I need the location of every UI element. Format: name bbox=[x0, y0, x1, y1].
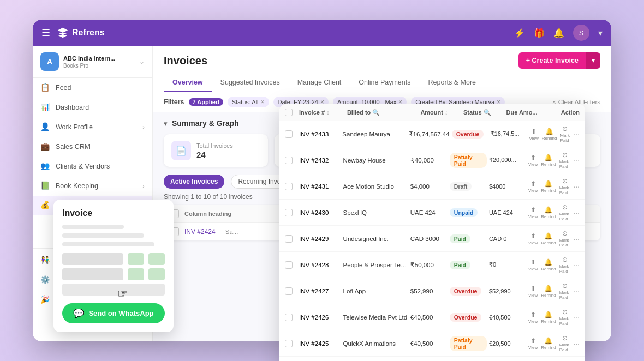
view-icon[interactable]: ⬆ bbox=[530, 232, 536, 240]
summary-chevron-icon[interactable]: ▾ bbox=[164, 119, 168, 128]
mark-paid-icon[interactable]: ⊙ bbox=[562, 177, 568, 185]
view-icon[interactable]: ⬆ bbox=[530, 311, 536, 318]
view-action[interactable]: ⬆ View bbox=[528, 154, 538, 167]
row-checkbox[interactable] bbox=[285, 157, 293, 164]
sidebar-item-work-profile[interactable]: 👤 Work Profile › bbox=[33, 117, 152, 137]
view-action[interactable]: ⬆ View bbox=[529, 128, 539, 141]
view-icon[interactable]: ⬆ bbox=[531, 128, 536, 135]
user-chevron-icon[interactable]: ▾ bbox=[598, 28, 603, 38]
filter-chip-status-close-icon[interactable]: × bbox=[261, 98, 265, 106]
invoice-id-link[interactable]: INV #2429 bbox=[299, 236, 341, 242]
table-header-checkbox[interactable] bbox=[285, 109, 293, 116]
row-checkbox[interactable] bbox=[285, 287, 293, 295]
invoice-id-link[interactable]: INV #2425 bbox=[299, 340, 341, 347]
view-action[interactable]: ⬆ View bbox=[528, 206, 538, 219]
create-invoice-button[interactable]: + Create Invoice bbox=[518, 52, 586, 69]
remind-icon[interactable]: 🔔 bbox=[544, 337, 552, 345]
bolt-icon[interactable]: ⚡ bbox=[514, 28, 525, 38]
view-icon[interactable]: ⬆ bbox=[530, 206, 536, 214]
row-checkbox[interactable] bbox=[285, 209, 293, 216]
mark-paid-action[interactable]: ⊙ Mark Paid bbox=[559, 203, 570, 221]
view-action[interactable]: ⬆ View bbox=[528, 258, 538, 272]
mark-paid-icon[interactable]: ⊙ bbox=[562, 203, 568, 211]
remind-action[interactable]: 🔔 Remind bbox=[541, 258, 556, 272]
mark-paid-action[interactable]: ⊙ Mark Paid bbox=[559, 177, 570, 195]
send-on-whatsapp-button[interactable]: 💬 Send on WhatsApp bbox=[62, 303, 165, 323]
row-checkbox[interactable] bbox=[285, 130, 293, 138]
mark-paid-action[interactable]: ⊙ Mark Paid bbox=[559, 282, 570, 300]
hamburger-menu[interactable]: ☰ bbox=[41, 27, 50, 39]
remind-icon[interactable]: 🔔 bbox=[545, 128, 553, 135]
remind-action[interactable]: 🔔 Remind bbox=[541, 206, 556, 219]
remind-action[interactable]: 🔔 Remind bbox=[541, 180, 556, 193]
view-icon[interactable]: ⬆ bbox=[530, 337, 536, 345]
sidebar-item-sales-crm[interactable]: 💼 Sales CRM bbox=[33, 137, 152, 157]
remind-action[interactable]: 🔔 Remind bbox=[541, 337, 556, 350]
filter-chip-status[interactable]: Status: All × bbox=[228, 97, 269, 107]
invoice-id-link[interactable]: INV #2430 bbox=[299, 209, 341, 216]
mark-paid-icon[interactable]: ⊙ bbox=[562, 256, 568, 263]
tab-online-payments[interactable]: Online Payments bbox=[350, 74, 419, 92]
more-actions-icon[interactable]: ··· bbox=[573, 156, 580, 165]
bell-icon[interactable]: 🔔 bbox=[553, 28, 564, 38]
mark-paid-icon[interactable]: ⊙ bbox=[562, 230, 568, 237]
remind-action[interactable]: 🔔 Remind bbox=[541, 154, 556, 167]
remind-icon[interactable]: 🔔 bbox=[544, 180, 552, 188]
remind-icon[interactable]: 🔔 bbox=[544, 285, 552, 292]
tab-overview[interactable]: Overview bbox=[164, 74, 212, 92]
view-action[interactable]: ⬆ View bbox=[528, 337, 538, 350]
row-checkbox[interactable] bbox=[285, 261, 293, 269]
view-icon[interactable]: ⬆ bbox=[530, 285, 536, 292]
more-actions-icon[interactable]: ··· bbox=[573, 234, 580, 243]
invoice-link[interactable]: INV #2424 bbox=[184, 228, 216, 236]
mark-paid-icon[interactable]: ⊙ bbox=[562, 125, 568, 133]
active-invoices-tab[interactable]: Active Invoices bbox=[164, 175, 224, 189]
mark-paid-action[interactable]: ⊙ Mark Paid bbox=[559, 334, 570, 352]
view-action[interactable]: ⬆ View bbox=[528, 285, 538, 298]
more-actions-icon[interactable]: ··· bbox=[573, 261, 580, 269]
more-actions-icon[interactable]: ··· bbox=[573, 313, 580, 322]
mark-paid-action[interactable]: ⊙ Mark Paid bbox=[560, 125, 570, 143]
more-actions-icon[interactable]: ··· bbox=[573, 130, 580, 139]
invoice-id-link[interactable]: INV #2427 bbox=[299, 288, 341, 294]
invoice-id-link[interactable]: INV #2433 bbox=[299, 131, 340, 137]
view-icon[interactable]: ⬆ bbox=[530, 180, 536, 188]
remind-action[interactable]: 🔔 Remind bbox=[541, 311, 556, 324]
remind-icon[interactable]: 🔔 bbox=[544, 311, 552, 318]
mark-paid-icon[interactable]: ⊙ bbox=[562, 308, 568, 316]
mark-paid-action[interactable]: ⊙ Mark Paid bbox=[559, 230, 570, 248]
more-actions-icon[interactable]: ··· bbox=[573, 339, 580, 348]
more-actions-icon[interactable]: ··· bbox=[573, 208, 580, 217]
invoice-id-link[interactable]: INV #2431 bbox=[299, 183, 341, 190]
remind-action[interactable]: 🔔 Remind bbox=[541, 232, 556, 245]
mark-paid-action[interactable]: ⊙ Mark Paid bbox=[559, 256, 570, 274]
row-checkbox[interactable] bbox=[285, 314, 293, 321]
invoice-id-link[interactable]: INV #2426 bbox=[299, 314, 341, 321]
gift-icon[interactable]: 🎁 bbox=[534, 28, 545, 38]
view-icon[interactable]: ⬆ bbox=[530, 258, 536, 266]
tab-reports[interactable]: Reports & More bbox=[420, 74, 485, 92]
tab-suggested-invoices[interactable]: Suggested Invoices bbox=[212, 74, 289, 92]
more-actions-icon[interactable]: ··· bbox=[573, 182, 580, 191]
mark-paid-icon[interactable]: ⊙ bbox=[562, 282, 568, 290]
view-action[interactable]: ⬆ View bbox=[528, 311, 538, 324]
remind-icon[interactable]: 🔔 bbox=[544, 232, 552, 240]
view-icon[interactable]: ⬆ bbox=[530, 154, 536, 161]
tab-manage-client[interactable]: Manage Client bbox=[289, 74, 350, 92]
remind-action[interactable]: 🔔 Remind bbox=[542, 128, 557, 141]
remind-icon[interactable]: 🔔 bbox=[544, 258, 552, 266]
sidebar-item-book-keeping[interactable]: 📗 Book Keeping › bbox=[33, 176, 152, 196]
invoice-id-link[interactable]: INV #2432 bbox=[299, 157, 341, 164]
mark-paid-action[interactable]: ⊙ Mark Paid bbox=[559, 151, 570, 169]
company-selector[interactable]: A ABC India Intern... Books Pro ⌄ bbox=[33, 46, 152, 78]
sidebar-item-feed[interactable]: 📋 Feed bbox=[33, 78, 152, 98]
mark-paid-action[interactable]: ⊙ Mark Paid bbox=[559, 308, 570, 326]
invoice-id-link[interactable]: INV #2428 bbox=[299, 262, 341, 268]
row-checkbox[interactable] bbox=[285, 183, 293, 190]
row-checkbox[interactable] bbox=[285, 340, 293, 347]
view-action[interactable]: ⬆ View bbox=[528, 180, 538, 193]
user-avatar[interactable]: S bbox=[573, 25, 589, 41]
remind-action[interactable]: 🔔 Remind bbox=[541, 285, 556, 298]
mark-paid-icon[interactable]: ⊙ bbox=[562, 334, 568, 342]
remind-icon[interactable]: 🔔 bbox=[544, 206, 552, 214]
